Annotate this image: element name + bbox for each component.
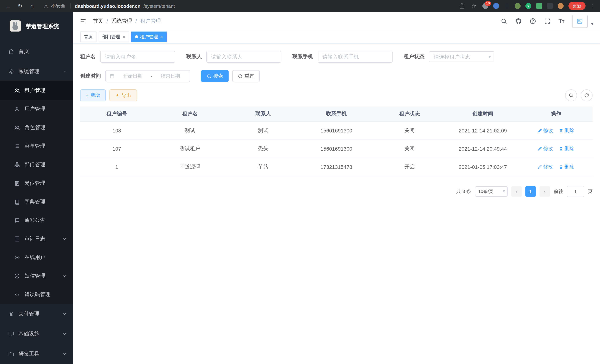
security-label[interactable]: 不安全	[51, 3, 66, 9]
extension-icon-3[interactable]	[504, 3, 510, 9]
sidebar-item-sms[interactable]: 短信管理	[0, 267, 73, 286]
browser-home-icon[interactable]: ⌂	[28, 3, 36, 9]
tab-tenant[interactable]: 租户管理 ×	[131, 32, 167, 42]
tab-dept[interactable]: 部门管理 ×	[99, 32, 129, 42]
col-header-phone: 联系手机	[300, 106, 373, 121]
reset-button[interactable]: 重置	[232, 70, 260, 82]
browser-update-button[interactable]: 更新	[568, 2, 586, 10]
cell-ops: 修改删除	[519, 158, 593, 176]
sidebar-collapse-icon[interactable]	[79, 18, 87, 25]
extension-icon-5[interactable]: Y	[525, 3, 531, 9]
cell-phone: 15601691300	[300, 121, 373, 140]
bookmark-star-icon[interactable]: ☆	[470, 3, 478, 9]
sidebar-item-home[interactable]: 首页	[0, 42, 73, 62]
browser-menu-icon[interactable]: ⋮	[590, 3, 596, 9]
cell-id: 107	[80, 140, 153, 158]
url-host: dashboard.yudao.iocoder.cn	[75, 3, 141, 9]
cell-id: 108	[80, 121, 153, 140]
search-button[interactable]: 搜索	[201, 70, 229, 82]
delete-link[interactable]: 删除	[559, 127, 574, 134]
extension-icon-1[interactable]: 10	[482, 3, 488, 9]
browser-refresh-icon[interactable]: ↻	[16, 3, 24, 9]
prev-page-button[interactable]: ‹	[511, 186, 522, 197]
refresh-table-button[interactable]	[581, 89, 593, 101]
chevron-down-icon	[62, 274, 67, 279]
fullscreen-icon[interactable]	[544, 18, 551, 25]
avatar-caret-icon[interactable]: ▾	[591, 21, 593, 26]
status-select[interactable]: ▾	[429, 51, 494, 62]
sidebar-item-dept[interactable]: 部门管理	[0, 156, 73, 174]
breadcrumb-item-system[interactable]: 系统管理	[111, 18, 132, 25]
extension-icon-6[interactable]	[536, 3, 542, 9]
monitor-icon	[8, 331, 14, 337]
sidebar-item-notice[interactable]: 通知公告	[0, 211, 73, 230]
github-icon[interactable]	[515, 18, 522, 25]
sidebar-item-error-code[interactable]: 错误码管理	[0, 286, 73, 304]
date-range-picker[interactable]: 开始日期 - 结束日期	[105, 70, 190, 82]
goto-page-input[interactable]	[567, 186, 584, 197]
sidebar-item-online-users[interactable]: 在线用户	[0, 248, 73, 267]
edit-link[interactable]: 修改	[538, 145, 553, 152]
sidebar-item-system[interactable]: 系统管理	[0, 61, 73, 82]
sidebar-item-menu[interactable]: 菜单管理	[0, 137, 73, 156]
page-size-select[interactable]: ▾	[475, 186, 508, 197]
start-date-placeholder: 开始日期	[117, 73, 148, 79]
search-icon[interactable]	[501, 18, 507, 25]
edit-link[interactable]: 修改	[538, 164, 553, 170]
sidebar-item-devtools[interactable]: 研发工具	[0, 344, 73, 364]
cell-time: 2021-12-14 20:49:44	[446, 140, 519, 158]
export-button[interactable]: 导出	[109, 89, 137, 101]
avatar[interactable]	[572, 15, 588, 28]
font-size-icon[interactable]: TT	[558, 18, 564, 24]
sidebar-item-label: 首页	[19, 48, 29, 55]
puzzle-extension-icon[interactable]	[547, 3, 553, 9]
close-icon[interactable]: ×	[122, 34, 125, 39]
browser-actions: ☆ 10 Y 更新 ⋮	[459, 2, 596, 10]
toggle-search-button[interactable]	[565, 89, 577, 101]
cell-time: 2021-01-05 17:03:47	[446, 158, 519, 176]
shield-icon	[14, 273, 20, 279]
tab-home[interactable]: 首页	[80, 32, 96, 42]
sidebar-item-user[interactable]: 用户管理	[0, 100, 73, 119]
sidebar-item-label: 字典管理	[25, 199, 45, 205]
add-button[interactable]: + 新增	[80, 89, 106, 101]
sidebar-item-infra[interactable]: 基础设施	[0, 324, 73, 344]
help-icon[interactable]	[529, 18, 536, 25]
app-logo[interactable]: 芋道管理系统	[0, 12, 73, 42]
col-header-contact: 联系人	[226, 106, 300, 121]
extension-icon-4[interactable]	[515, 3, 521, 9]
extension-icon-2[interactable]	[493, 3, 499, 9]
delete-link[interactable]: 删除	[559, 145, 574, 152]
extension-badge: 10	[485, 1, 491, 6]
share-icon[interactable]	[459, 3, 465, 9]
sidebar-item-post[interactable]: 岗位管理	[0, 174, 73, 193]
sidebar-item-tenant[interactable]: 租户管理	[0, 82, 73, 100]
signal-icon	[14, 255, 20, 261]
table-header-row: 租户编号 租户名 联系人 联系手机 租户状态 创建时间 操作	[80, 106, 593, 121]
code-icon	[14, 292, 20, 298]
pagination-total: 共 3 条	[456, 188, 471, 195]
sidebar-item-audit-log[interactable]: 审计日志	[0, 230, 73, 248]
close-icon[interactable]: ×	[160, 34, 163, 39]
profile-avatar-icon[interactable]	[558, 3, 564, 9]
sidebar-item-role[interactable]: 角色管理	[0, 119, 73, 137]
sidebar-item-label: 通知公告	[25, 217, 45, 224]
sidebar-item-label: 岗位管理	[25, 180, 45, 187]
table-row: 107 测试租户 秃头 15601691300 关闭 2021-12-14 20…	[80, 140, 593, 158]
contact-input[interactable]	[206, 51, 281, 63]
col-header-time: 创建时间	[446, 106, 519, 121]
tags-view-bar: 首页 部门管理 × 租户管理 ×	[73, 30, 600, 43]
address-bar[interactable]: ⚠ 不安全 dashboard.yudao.iocoder.cn/system/…	[44, 3, 175, 9]
browser-back-icon[interactable]: ←	[4, 3, 12, 9]
phone-input[interactable]	[318, 51, 393, 63]
sidebar-item-dict[interactable]: 字典管理	[0, 193, 73, 211]
edit-link[interactable]: 修改	[538, 127, 553, 134]
delete-link[interactable]: 删除	[559, 164, 574, 170]
sidebar-item-payment[interactable]: ¥ 支付管理	[0, 304, 73, 324]
tenant-name-input[interactable]	[100, 51, 175, 63]
breadcrumb-item-home[interactable]: 首页	[93, 18, 103, 25]
page-size-input[interactable]	[475, 186, 508, 197]
next-page-button[interactable]: ›	[540, 186, 550, 197]
current-page-button[interactable]: 1	[525, 186, 536, 197]
status-select-input[interactable]	[429, 51, 494, 62]
